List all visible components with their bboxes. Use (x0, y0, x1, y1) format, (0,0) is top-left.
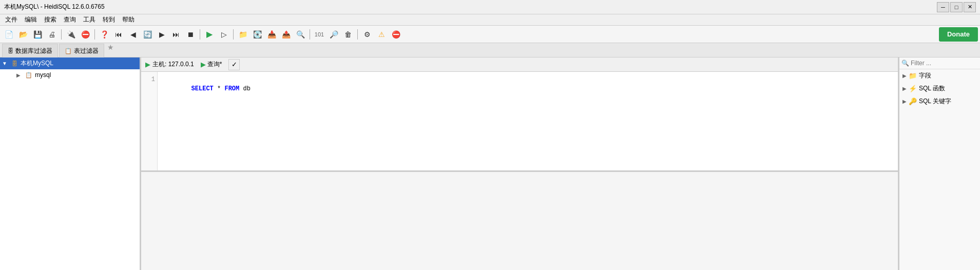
tb-filter-btn[interactable]: 🔎 (327, 28, 340, 41)
tb-stop-btn[interactable]: ⏹ (184, 28, 197, 41)
filter-input-wrap: 🔍 (899, 57, 980, 69)
donate-button[interactable]: Donate (939, 27, 978, 42)
tb-stop2-btn[interactable]: ⛔ (389, 28, 402, 41)
bookmark-icon[interactable]: ★ (107, 43, 114, 57)
tb-runfile-btn[interactable]: ▷ (217, 28, 230, 41)
maximize-button[interactable]: □ (950, 2, 963, 12)
left-panel: ▼ 🗄 本机MySQL ▶ 📋 mysql (0, 57, 141, 270)
snippet-arrow-keywords: ▶ (902, 99, 907, 104)
tb-open-btn[interactable]: 📂 (16, 28, 30, 41)
tb-first-btn[interactable]: ⏮ (112, 28, 125, 41)
tb-warning-btn[interactable]: ⚠ (375, 28, 388, 41)
query-tab-bar: ▶ 主机: 127.0.0.1 ▶ 查询* ✓ (141, 57, 898, 72)
tb-folder-btn[interactable]: 📁 (236, 28, 249, 41)
title-bar-controls: ─ □ ✕ (937, 2, 976, 12)
tb-new-btn[interactable]: 📄 (2, 28, 15, 41)
app-title: 本机MySQL\ - HeidiSQL 12.6.0.6765 (4, 3, 105, 11)
menu-edit[interactable]: 编辑 (22, 14, 40, 25)
db-filter-icon: 🗄 (8, 48, 13, 54)
sql-table-name: db (239, 85, 251, 92)
separator-3 (200, 29, 200, 40)
tb-save-btn[interactable]: 💾 (31, 28, 44, 41)
tab-table-filter-label: 表过滤器 (74, 47, 99, 55)
tb-refresh-btn[interactable]: 🔄 (141, 28, 154, 41)
separator-6 (357, 29, 358, 40)
tb-disconnect-btn[interactable]: ⛔ (79, 28, 92, 41)
menu-file[interactable]: 文件 (2, 14, 21, 25)
tb-search2-btn[interactable]: 🔍 (294, 28, 307, 41)
query-host: ▶ 主机: 127.0.0.1 (145, 60, 194, 69)
menu-search[interactable]: 搜索 (41, 14, 60, 25)
menu-help[interactable]: 帮助 (119, 14, 138, 25)
snippet-item-fields[interactable]: ▶ 📁 字段 (899, 69, 980, 82)
tb-help-btn[interactable]: ❓ (98, 28, 111, 41)
separator-2 (94, 29, 95, 40)
tree-label-mysql: mysql (35, 71, 51, 79)
snippet-tree: ▶ 📁 字段 ▶ ⚡ SQL 函数 ▶ 🔑 SQL 关键字 (899, 69, 980, 270)
tree-arrow-mysql: ▶ (16, 72, 25, 78)
menu-tools[interactable]: 工具 (80, 14, 99, 25)
tree-area: ▼ 🗄 本机MySQL ▶ 📋 mysql (0, 57, 140, 270)
tb-more-btn[interactable]: ⚙ (360, 28, 374, 41)
toolbar-left: 📄 📂 💾 🖨 🔌 ⛔ ❓ ⏮ ◀ 🔄 ▶ ⏭ ⏹ ▶ ▷ 📁 💽 📥 📤 🔍 … (2, 28, 402, 41)
menu-query[interactable]: 查询 (61, 14, 79, 25)
tb-next-btn[interactable]: ▶ (155, 28, 168, 41)
snippet-label-fields: 字段 (919, 71, 931, 80)
tree-table-icon: 📋 (25, 71, 33, 79)
snippet-item-keywords[interactable]: ▶ 🔑 SQL 关键字 (899, 95, 980, 108)
query-check-button[interactable]: ✓ (228, 59, 240, 70)
line-number-1: 1 (143, 75, 155, 84)
close-button[interactable]: ✕ (964, 2, 976, 12)
tb-print-btn[interactable]: 🖨 (45, 28, 59, 41)
tree-db-icon: 🗄 (10, 60, 18, 68)
host-label: 主机: 127.0.0.1 (152, 60, 194, 69)
separator-5 (310, 29, 310, 40)
snippet-arrow-fields: ▶ (902, 73, 907, 79)
tb-run-btn[interactable]: ▶ (203, 28, 216, 41)
snippet-icon-fields: 📁 (909, 72, 917, 80)
tb-import-btn[interactable]: 📥 (265, 28, 278, 41)
tab-db-filter-label: 数据库过滤器 (15, 47, 52, 55)
title-bar: 本机MySQL\ - HeidiSQL 12.6.0.6765 ─ □ ✕ (0, 0, 980, 14)
minimize-button[interactable]: ─ (937, 2, 949, 12)
separator-4 (233, 29, 234, 40)
menu-goto[interactable]: 转到 (100, 14, 118, 25)
sql-keyword-from: FROM (224, 85, 239, 92)
title-bar-left: 本机MySQL\ - HeidiSQL 12.6.0.6765 (4, 3, 105, 11)
toolbar: 📄 📂 💾 🖨 🔌 ⛔ ❓ ⏮ ◀ 🔄 ▶ ⏭ ⏹ ▶ ▷ 📁 💽 📥 📤 🔍 … (0, 26, 980, 43)
tb-prev-btn[interactable]: ◀ (126, 28, 140, 41)
tree-item-root[interactable]: ▼ 🗄 本机MySQL (0, 57, 140, 69)
tb-last-btn[interactable]: ⏭ (169, 28, 183, 41)
tb-save2-btn[interactable]: 💽 (251, 28, 264, 41)
right-panel: 🔍 ▶ 📁 字段 ▶ ⚡ SQL 函数 ▶ 🔑 SQL 关键字 (898, 57, 980, 270)
line-numbers: 1 (141, 72, 158, 170)
snippet-filter-input[interactable] (911, 60, 980, 67)
tab-table-filter[interactable]: 📋 表过滤器 (59, 44, 104, 57)
filter-search-icon: 🔍 (901, 60, 909, 67)
tab-db-filter[interactable]: 🗄 数据库过滤器 (2, 44, 58, 57)
tb-export-btn[interactable]: 📤 (279, 28, 293, 41)
tb-connect-btn[interactable]: 🔌 (64, 28, 78, 41)
sql-star: * (214, 85, 225, 92)
table-filter-icon: 📋 (65, 48, 72, 54)
query-run-label: 查询* (207, 60, 222, 69)
sql-editor: 1 SELECT * FROM db (141, 72, 898, 172)
tree-label-root: 本机MySQL (21, 59, 53, 68)
menu-bar: 文件 编辑 搜索 查询 工具 转到 帮助 (0, 14, 980, 26)
separator-1 (61, 29, 62, 40)
sql-keyword-select: SELECT (191, 85, 214, 92)
main-layout: ▼ 🗄 本机MySQL ▶ 📋 mysql ▶ 主机: 127.0.0.1 ▶ … (0, 57, 980, 270)
tree-arrow-root: ▼ (2, 61, 10, 66)
run-play-icon: ▶ (201, 61, 206, 68)
tb-stats-btn[interactable]: 101 (313, 28, 326, 41)
sql-content[interactable]: SELECT * FROM db (158, 72, 898, 170)
snippet-arrow-functions: ▶ (902, 86, 907, 91)
query-run-button[interactable]: ▶ 查询* (197, 59, 226, 70)
filter-tab-bar: 🗄 数据库过滤器 📋 表过滤器 ★ (0, 43, 980, 57)
host-play-icon: ▶ (145, 61, 150, 68)
results-area (141, 172, 898, 271)
snippet-icon-functions: ⚡ (909, 85, 917, 92)
tb-clear-btn[interactable]: 🗑 (341, 28, 355, 41)
tree-item-mysql[interactable]: ▶ 📋 mysql (0, 69, 140, 81)
snippet-item-functions[interactable]: ▶ ⚡ SQL 函数 (899, 82, 980, 95)
